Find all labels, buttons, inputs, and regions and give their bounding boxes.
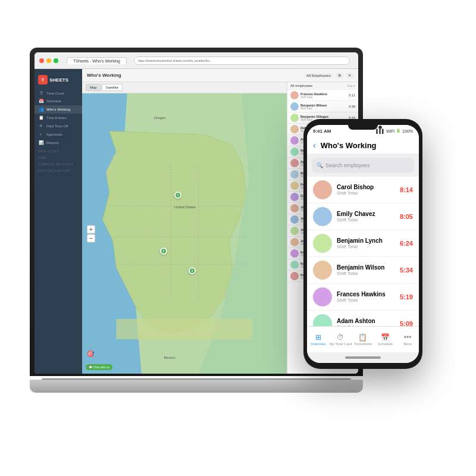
close-btn[interactable]: ✕: [346, 73, 353, 78]
sidebar-item-reports[interactable]: 📊 Reports: [35, 139, 82, 147]
phone-nav-item-timesheets[interactable]: 📋 Timesheets: [352, 333, 374, 346]
sidebar-item-schedule[interactable]: 📅 Schedule: [35, 97, 82, 105]
whos-working-icon: 👥: [38, 107, 44, 112]
search-icon: 🔍: [317, 162, 323, 168]
status-icons: ▌▌▌ WiFi 🔋 100%: [376, 129, 413, 133]
map-tab-satellite[interactable]: Satellite: [102, 84, 123, 91]
map-area: Oregon United States Mexico 1 2 3: [82, 93, 287, 374]
nav-label: More: [403, 342, 412, 346]
phone-employee-name: Carol Bishop: [337, 184, 395, 190]
time-clock-icon: ⏱: [38, 91, 44, 95]
map-marker-2[interactable]: 2: [160, 248, 167, 255]
phone-employee-name: Emily Chavez: [337, 211, 395, 217]
employee-avatar: [290, 148, 299, 156]
phone-camera: [378, 126, 382, 129]
phone-employee-item[interactable]: Frances Hawkins Shift Total 5:19: [307, 284, 419, 311]
laptop-employee-item[interactable]: Frances Hawkins Shift Total 5:11: [287, 90, 358, 101]
employee-avatar: [290, 114, 299, 122]
employee-avatar: [290, 193, 299, 201]
map-tabs: Map Satellite: [82, 82, 287, 93]
all-employees-filter[interactable]: All Employees: [304, 73, 333, 78]
phone-nav-item-schedule[interactable]: 📅 Schedule: [374, 333, 397, 346]
employee-avatar: [290, 136, 299, 145]
phone-employee-info: Benjamin Lynch Shift Total: [337, 237, 395, 249]
employee-avatar: [290, 249, 299, 258]
sidebar-item-time-entries[interactable]: 📋 Time Entries: [35, 114, 82, 122]
map-label-united-states: United States: [174, 205, 196, 209]
phone-employee-sub: Shift Total: [337, 271, 395, 276]
phone-employee-name: Benjamin Lynch: [337, 237, 395, 244]
employee-job: Shift Total: [300, 96, 347, 99]
phone-employee-item[interactable]: Benjamin Wilson Shift Total 5:34: [307, 257, 419, 284]
nav-label: Overview: [311, 342, 325, 346]
logo-icon: T: [38, 75, 48, 84]
phone-home-bar: [307, 352, 419, 363]
browser-tab[interactable]: TSheets - Who's Working: [67, 57, 127, 64]
back-button[interactable]: ‹: [313, 140, 316, 150]
home-indicator[interactable]: [345, 356, 381, 359]
phone-employee-sub: Shift Total: [337, 244, 395, 249]
approvals-icon: ✓: [38, 132, 44, 137]
phone-employee-sub: Shift Total: [337, 298, 395, 303]
phone-employee-item[interactable]: Benjamin Lynch Shift Total 6:24: [307, 230, 419, 257]
employee-info: Benjamin Wilson Shift Total: [300, 104, 347, 110]
sidebar-section-jobs: Jobs: [35, 154, 82, 160]
phone-employee-info: Benjamin Wilson Shift Total: [337, 264, 395, 276]
employee-avatar: [290, 215, 299, 224]
sidebar-section-company-settings: Company Settings: [35, 160, 82, 167]
laptop-employee-item[interactable]: Benjamin Wilson Shift Total 5:38: [287, 101, 358, 112]
nav-label: My Time Card: [330, 342, 352, 346]
sidebar-item-pto[interactable]: ✈ Paid Time Off: [35, 122, 82, 130]
sidebar-item-whos-working[interactable]: 👥 Who's Working: [35, 105, 82, 114]
phone-employee-item[interactable]: Adam Ashton Shift Total 5:09: [307, 311, 419, 326]
chat-button[interactable]: 💬 Chat with us: [86, 364, 112, 370]
phone-employee-info: Frances Hawkins Shift Total: [337, 291, 395, 303]
header-actions: All Employees ⚙ ✕: [304, 73, 353, 78]
minimize-dot[interactable]: [46, 58, 51, 63]
phone-employee-item[interactable]: Emily Chavez Shift Total 8:05: [307, 203, 419, 230]
wifi-icon: WiFi: [386, 129, 394, 133]
sidebar-label-pto: Paid Time Off: [46, 124, 68, 128]
employee-time: 5:11: [349, 93, 355, 97]
nav-icon: ⊞: [315, 333, 321, 342]
phone-employee-avatar: [313, 180, 332, 199]
settings-btn[interactable]: ⚙: [336, 73, 343, 78]
phone-employee-name: Benjamin Wilson: [337, 264, 395, 271]
location-icon[interactable]: 🎯: [87, 350, 94, 357]
sidebar-item-approvals[interactable]: ✓ Approvals: [35, 130, 82, 139]
phone-employee-info: Adam Ashton Shift Total: [337, 318, 395, 326]
day-filter[interactable]: Day ▾: [347, 84, 355, 87]
map-tab-map[interactable]: Map: [86, 84, 101, 91]
phone-search-bar[interactable]: 🔍 Search employees: [312, 158, 414, 173]
search-placeholder: Search employees: [325, 162, 370, 168]
phone-nav-item-overview[interactable]: ⊞ Overview: [307, 333, 330, 346]
phone-employee-item[interactable]: Carol Bishop Shift Total 8:14: [307, 177, 419, 203]
pto-icon: ✈: [38, 124, 44, 129]
phone-employee-avatar: [313, 314, 332, 326]
nav-icon: •••: [404, 333, 412, 342]
phone-employee-avatar: [313, 261, 332, 280]
employee-panel-header: All employees Day ▾: [287, 82, 358, 90]
sidebar-label-whos-working: Who's Working: [46, 108, 70, 111]
browser-tabs: TSheets - Who's Working: [67, 57, 127, 64]
phone-employee-avatar: [313, 287, 332, 306]
map-marker-3[interactable]: 3: [189, 267, 196, 274]
employee-avatar: [290, 272, 299, 280]
map-marker-1[interactable]: 1: [174, 192, 181, 199]
sidebar-item-time-clock[interactable]: ⏱ Time Clock: [35, 89, 82, 97]
browser-url-bar[interactable]: https://learninstructiontool.sheets.com/…: [134, 57, 350, 65]
close-dot[interactable]: [39, 58, 44, 63]
phone-nav-item-more[interactable]: ••• More: [396, 333, 419, 346]
employee-avatar: [290, 238, 299, 246]
zoom-out-button[interactable]: −: [87, 234, 95, 242]
battery-icon: 🔋: [396, 129, 401, 133]
laptop-body: [30, 380, 363, 393]
employee-avatar: [290, 181, 299, 190]
sidebar-section-employees: Employees: [35, 147, 82, 154]
maximize-dot[interactable]: [54, 58, 58, 63]
phone-nav-item-my-time-card[interactable]: ⏱ My Time Card: [330, 333, 352, 346]
zoom-in-button[interactable]: +: [87, 225, 95, 233]
phone-employee-time: 6:24: [400, 240, 413, 247]
phone-employee-sub: Shift Total: [337, 217, 395, 223]
sidebar-label-schedule: Schedule: [46, 99, 61, 103]
